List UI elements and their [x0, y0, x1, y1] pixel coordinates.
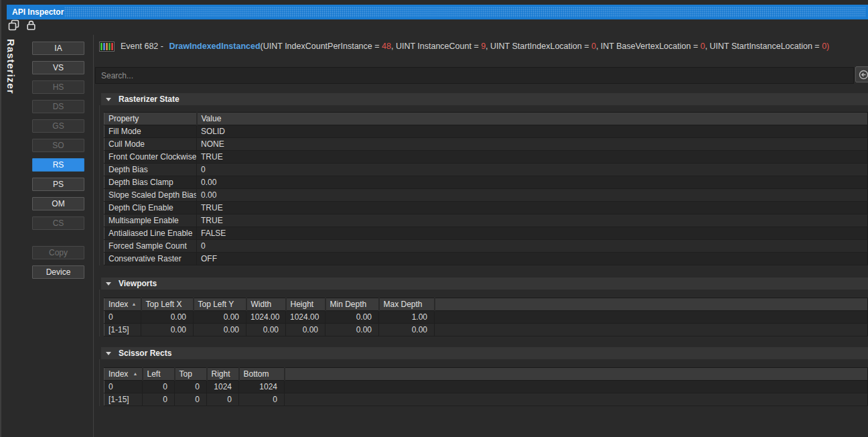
panel-title: API Inspector: [12, 7, 70, 17]
event-function-link[interactable]: DrawIndexedInstanced: [169, 42, 260, 51]
table-row[interactable]: Forced Sample Count0: [104, 240, 868, 253]
search-wrap-button[interactable]: [855, 66, 868, 82]
table-cell: 0.00: [194, 311, 246, 324]
stage-button-cs: CS: [32, 216, 84, 230]
column-header-min-depth[interactable]: Min Depth: [326, 298, 379, 311]
marker-bar: [103, 43, 105, 50]
section-frame: [99, 290, 100, 336]
table-row[interactable]: Fill ModeSOLID: [104, 125, 868, 138]
column-header-right[interactable]: Right: [207, 368, 239, 381]
sort-ascending-icon: ▲: [132, 302, 137, 306]
table-cell: 0: [239, 393, 285, 406]
collapse-triangle-icon: [106, 282, 111, 286]
section-header-scissor-rects[interactable]: Scissor Rects: [101, 347, 868, 359]
section-header-rasterizer-state[interactable]: Rasterizer State: [101, 93, 868, 105]
viewports-table: Index▲Top Left XTop Left YWidthHeightMin…: [104, 298, 868, 336]
stage-buttons-spacer: [32, 236, 84, 240]
column-header-left[interactable]: Left: [143, 368, 175, 381]
table-row[interactable]: Depth Bias Clamp0.00: [104, 176, 868, 189]
table-cell: 1.00: [379, 311, 435, 324]
table-cell: 0.00: [379, 324, 435, 336]
event-text-part: , UINT InstanceCount =: [391, 42, 481, 51]
table-cell-blank: [435, 324, 868, 336]
pipeline-stage-label: Rasterizer: [5, 39, 17, 95]
stage-button-vs[interactable]: VS: [32, 61, 84, 74]
table-cell: Depth Bias: [104, 164, 197, 176]
table-row[interactable]: Cull ModeNONE: [104, 138, 868, 151]
panel-toolbar: [8, 19, 37, 32]
column-header-top-left-y[interactable]: Top Left Y: [194, 298, 246, 311]
event-text-part: , UINT StartIndexLocation =: [486, 42, 591, 51]
stage-button-device[interactable]: Device: [32, 265, 84, 279]
table-cell: [1-15]: [104, 393, 143, 406]
table-cell: 1024.00: [286, 311, 326, 324]
rasterizer-state-table: PropertyValueFill ModeSOLIDCull ModeNONE…: [104, 112, 868, 265]
table-cell: 0: [143, 393, 175, 406]
table-cell: 0: [207, 393, 239, 406]
table-cell: 0: [143, 381, 175, 393]
event-marker-icon: [99, 42, 115, 52]
section-title: Rasterizer State: [119, 95, 179, 104]
table-cell: Fill Mode: [104, 125, 197, 138]
column-header-top[interactable]: Top: [175, 368, 207, 381]
table-row[interactable]: 00010241024: [104, 381, 868, 393]
table-cell: 0: [104, 311, 141, 324]
section-title: Scissor Rects: [119, 349, 171, 358]
column-header-height[interactable]: Height: [286, 298, 326, 311]
column-header-index[interactable]: Index▲: [104, 368, 143, 381]
table-cell: Depth Bias Clamp: [104, 176, 197, 189]
event-text-part: 0: [591, 42, 596, 51]
table-cell: 1024: [239, 381, 285, 393]
event-text-part: , UINT StartInstanceLocation =: [705, 42, 822, 51]
section-frame: [99, 359, 100, 406]
stage-button-ia[interactable]: IA: [32, 42, 84, 55]
column-header-property[interactable]: Property: [104, 113, 197, 125]
stage-button-om[interactable]: OM: [32, 197, 84, 210]
table-cell: Forced Sample Count: [104, 240, 197, 253]
clone-view-icon[interactable]: [8, 19, 19, 31]
search-input[interactable]: [95, 67, 854, 84]
stage-button-gs: GS: [32, 119, 84, 133]
event-text-part: 0: [701, 42, 705, 51]
table-cell: 0.00: [286, 324, 326, 336]
table-row[interactable]: Depth Clip EnableTRUE: [104, 202, 868, 214]
column-header-top-left-x[interactable]: Top Left X: [141, 298, 194, 311]
table-row[interactable]: Multisample EnableTRUE: [104, 214, 868, 227]
marker-bar: [100, 43, 102, 50]
table-cell: [1-15]: [104, 324, 141, 336]
stage-button-rs[interactable]: RS: [32, 158, 84, 172]
column-header-blank: [435, 298, 868, 311]
table-row[interactable]: [1-15]0.000.000.000.000.000.00: [104, 324, 868, 336]
column-header-index[interactable]: Index▲: [104, 298, 141, 311]
table-cell: Cull Mode: [104, 138, 197, 151]
table-row[interactable]: Conservative RasterOFF: [104, 253, 868, 265]
table-cell: 0.00: [326, 324, 379, 336]
column-header-width[interactable]: Width: [246, 298, 286, 311]
event-text-part: 48: [382, 42, 391, 51]
table-row[interactable]: Front Counter ClockwiseTRUE: [104, 151, 868, 164]
column-header-value[interactable]: Value: [197, 113, 868, 125]
section-title: Viewports: [119, 279, 157, 288]
table-row[interactable]: Slope Scaled Depth Bias0.00: [104, 189, 868, 202]
table-row[interactable]: 00.000.001024.001024.000.001.00: [104, 311, 868, 324]
table-cell: TRUE: [197, 202, 868, 214]
table-row[interactable]: Antialiased Line EnableFALSE: [104, 227, 868, 240]
table-header-row: Index▲Top Left XTop Left YWidthHeightMin…: [104, 298, 868, 311]
table-cell: 0: [104, 381, 143, 393]
table-cell-blank: [285, 393, 868, 406]
column-header-max-depth[interactable]: Max Depth: [379, 298, 435, 311]
table-cell-blank: [285, 381, 868, 393]
table-row[interactable]: [1-15]0000: [104, 393, 868, 406]
column-header-bottom[interactable]: Bottom: [239, 368, 285, 381]
section-header-viewports[interactable]: Viewports: [101, 277, 868, 290]
table-cell: NONE: [197, 138, 868, 151]
table-cell: 0.00: [326, 311, 379, 324]
stage-button-ps[interactable]: PS: [32, 178, 84, 191]
titlebar-texture: [64, 7, 865, 17]
panel-titlebar[interactable]: API Inspector: [7, 5, 868, 19]
lock-icon[interactable]: [25, 19, 37, 31]
table-cell: 0.00: [246, 324, 286, 336]
table-row[interactable]: Depth Bias0: [104, 164, 868, 176]
table-cell-blank: [435, 311, 868, 324]
table-cell: TRUE: [197, 151, 868, 164]
